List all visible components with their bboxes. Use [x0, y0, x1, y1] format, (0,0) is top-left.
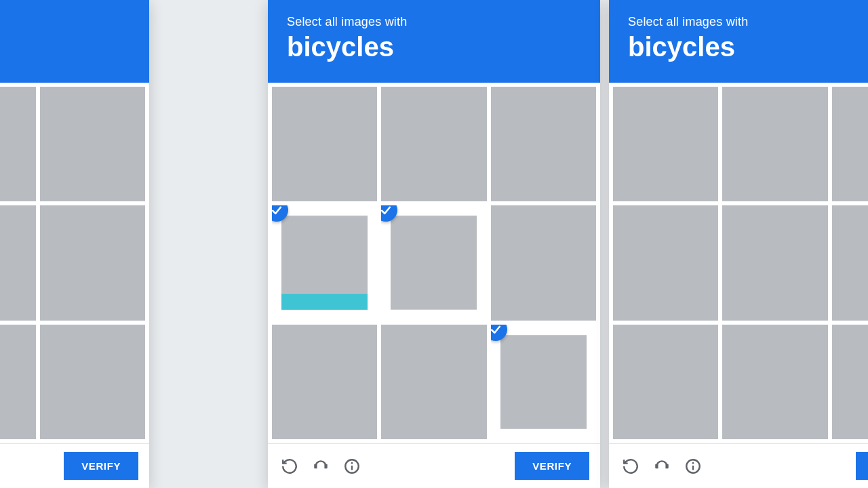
info-icon[interactable] — [682, 455, 704, 477]
tile-image — [491, 205, 596, 320]
captcha-tile[interactable] — [832, 325, 868, 439]
captcha-target: bicycles — [287, 32, 581, 62]
audio-icon[interactable] — [310, 455, 332, 477]
tile-image — [832, 87, 868, 201]
tile-image — [391, 216, 477, 310]
captcha-header: Select all images with bicycles — [268, 0, 600, 83]
tile-image — [500, 335, 587, 429]
tile-image — [272, 325, 377, 439]
captcha-tile[interactable] — [613, 325, 718, 439]
tile-image — [40, 325, 145, 439]
svg-point-11 — [692, 462, 694, 464]
captcha-grid — [609, 83, 868, 443]
tile-image — [40, 87, 145, 201]
tile-image — [0, 87, 36, 201]
tile-image — [272, 87, 377, 201]
captcha-tile[interactable] — [0, 205, 36, 320]
captcha-tile[interactable] — [832, 87, 868, 201]
audio-icon[interactable] — [651, 455, 673, 477]
tile-image — [613, 87, 718, 201]
tile-image — [281, 216, 368, 310]
captcha-footer: VERIFY — [0, 443, 149, 488]
captcha-tile[interactable] — [40, 87, 145, 201]
captcha-footer: VERIFY — [268, 443, 600, 488]
reload-icon[interactable] — [620, 455, 642, 477]
captcha-tile[interactable] — [722, 325, 827, 439]
captcha-tile[interactable] — [381, 325, 486, 439]
captcha-tile[interactable] — [613, 205, 718, 320]
captcha-tile[interactable] — [40, 205, 145, 320]
tile-image — [832, 205, 868, 320]
tile-image — [613, 205, 718, 320]
captcha-footer: VERIFY — [609, 443, 868, 488]
svg-point-8 — [351, 462, 353, 464]
captcha-tile[interactable] — [491, 87, 596, 201]
verify-button[interactable]: VERIFY — [856, 452, 868, 480]
captcha-tile[interactable] — [0, 325, 36, 439]
captcha-tile[interactable] — [40, 325, 145, 439]
captcha-tile[interactable] — [272, 205, 377, 320]
tile-image — [381, 87, 486, 201]
captcha-prompt: Select all images with — [0, 15, 130, 29]
captcha-center: Select all images with bicycles VERIFY — [268, 0, 600, 488]
tile-image — [0, 325, 36, 439]
captcha-header: Select all images with bicycles — [609, 0, 868, 83]
captcha-target: bicycles — [628, 32, 868, 62]
captcha-grid — [268, 83, 600, 443]
tile-image — [381, 325, 486, 439]
tile-image — [40, 205, 145, 320]
captcha-prompt: Select all images with — [628, 15, 868, 29]
captcha-tile[interactable] — [381, 205, 486, 320]
captcha-left: Select all images with bicycles VERIFY — [0, 0, 149, 488]
tile-image — [832, 325, 868, 439]
stage: Select all images with bicycles VERIFY S… — [0, 0, 868, 488]
captcha-tile[interactable] — [272, 325, 377, 439]
captcha-tile[interactable] — [272, 87, 377, 201]
captcha-tile[interactable] — [722, 87, 827, 201]
captcha-tile[interactable] — [722, 205, 827, 320]
tile-image — [491, 87, 596, 201]
captcha-right: Select all images with bicycles VERIFY — [609, 0, 868, 488]
tile-image — [722, 87, 827, 201]
tile-image — [722, 325, 827, 439]
tile-image — [613, 325, 718, 439]
captcha-prompt: Select all images with — [287, 15, 581, 29]
info-icon[interactable] — [341, 455, 363, 477]
captcha-tile[interactable] — [381, 87, 486, 201]
captcha-tile[interactable] — [613, 87, 718, 201]
captcha-tile[interactable] — [832, 205, 868, 320]
captcha-tile[interactable] — [491, 325, 596, 439]
tile-image — [0, 205, 36, 320]
captcha-tile[interactable] — [491, 205, 596, 320]
verify-button[interactable]: VERIFY — [515, 452, 589, 480]
captcha-grid — [0, 83, 149, 443]
captcha-target: bicycles — [0, 32, 130, 62]
captcha-tile[interactable] — [0, 87, 36, 201]
verify-button[interactable]: VERIFY — [64, 452, 138, 480]
captcha-header: Select all images with bicycles — [0, 0, 149, 83]
reload-icon[interactable] — [279, 455, 300, 477]
tile-image — [722, 205, 827, 320]
